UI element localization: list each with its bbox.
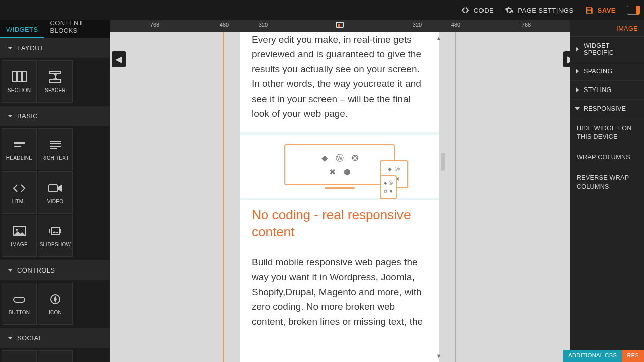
tab-content-blocks[interactable]: CONTENT BLOCKS [44,14,110,38]
widget-like[interactable]: LIKE [2,350,37,362]
ruler-mark: 768 [522,22,531,28]
widget-html[interactable]: HTML [2,171,37,214]
gear-icon [505,6,514,15]
ruler-mark: 768 [150,22,159,28]
columns-icon [12,70,27,83]
section-title: LAYOUT [17,44,44,52]
chevron-down-icon [7,335,13,341]
button-icon [12,293,27,306]
chevron-down-icon [7,45,13,51]
svg-rect-6 [14,142,25,144]
compass-icon [48,293,63,306]
panel-row-widget-specific[interactable]: WIDGET SPECIFIC [570,37,644,62]
section-header-basic[interactable]: BASIC [0,106,110,126]
code-button[interactable]: CODE [461,6,494,15]
widget-headline[interactable]: HEADLINE [2,128,37,170]
panel-row-spacing[interactable]: SPACING [570,62,644,81]
chevron-down-icon [575,106,580,111]
panel-toggle[interactable] [627,6,640,15]
monitor-icon: ◆Ⓦ❂ ✖⬢ ◆Ⓦ ❂✖ ◆Ⓦ ❂✖ [284,144,395,186]
chevron-down-icon [7,267,13,274]
reset-button[interactable]: RES [622,350,644,362]
breakpoint-guide-right [455,32,456,362]
widget-rich-text[interactable]: RICH TEXT [38,128,73,170]
chevron-right-icon [575,87,580,93]
option-hide-widget[interactable]: HIDE WIDGET ON THIS DEVICE [570,118,644,147]
widget-video[interactable]: VIDEO [38,171,73,214]
section-title: SOCIAL [17,334,42,342]
widgets-sidebar: LAYOUT SECTION SPACER BASIC HEADLINE RIC… [0,38,110,362]
svg-rect-7 [14,146,21,147]
html-icon [12,182,27,195]
controls-tiles: BUTTON ICON [0,280,110,328]
code-icon [461,6,470,15]
panel-collapse-right[interactable]: ▶ [564,51,570,67]
widget-image[interactable]: IMAGE [2,215,37,257]
slideshow-icon [48,225,63,238]
section-header-layout[interactable]: LAYOUT [0,38,110,58]
panel-row-styling[interactable]: STYLING [570,81,644,100]
svg-rect-16 [14,297,25,302]
responsive-devices-illustration: ◆Ⓦ❂ ✖⬢ ◆Ⓦ ❂✖ ◆Ⓦ ❂✖ [284,144,395,190]
video-icon [48,182,63,195]
body-paragraph: Build mobile responsive web pages the wa… [252,255,428,329]
headline-icon [12,138,27,151]
chevron-down-icon [7,113,13,119]
page-settings-label: PAGE SETTINGS [518,7,573,14]
widget-comment[interactable]: COMMENT [38,350,73,362]
breakpoint-guide-left [223,32,224,362]
page-frame[interactable]: ▲ ▼ Every edit you make, in real-time ge… [240,32,439,362]
widget-icon[interactable]: ICON [38,283,73,325]
section-separator [240,132,439,135]
page-content: Every edit you make, in real-time gets p… [240,32,439,360]
ruler-mark: 480 [451,22,460,28]
properties-panel: IMAGE WIDGET SPECIFIC SPACING STYLING RE… [570,20,644,362]
cms-icons-row: ◆Ⓦ❂ [290,152,389,165]
richtext-icon [48,138,63,151]
save-icon [585,6,594,15]
ruler-mark: 480 [220,22,229,28]
code-label: CODE [474,7,494,14]
panel-collapse-left[interactable]: ◀ [112,51,126,67]
widget-section[interactable]: SECTION [2,60,37,103]
save-label: SAVE [598,7,616,14]
basic-tiles: HEADLINE RICH TEXT HTML VIDEO IMAGE SLID… [0,126,110,260]
chevron-right-icon [575,47,580,52]
widget-spacer[interactable]: SPACER [38,60,73,103]
left-tab-bar: WIDGETS CONTENT BLOCKS [0,20,110,38]
widget-button[interactable]: BUTTON [2,283,37,325]
section-header-social[interactable]: SOCIAL [0,328,110,348]
option-wrap-columns[interactable]: WRAP COLUMNS [570,147,644,168]
tab-widgets[interactable]: WIDGETS [0,21,44,38]
page-settings-button[interactable]: PAGE SETTINGS [505,6,573,15]
scrollbar-thumb[interactable] [441,153,445,171]
properties-tab-image[interactable]: IMAGE [570,20,644,37]
svg-point-14 [16,229,18,231]
widget-slideshow[interactable]: SLIDESHOW [38,215,73,257]
comment-icon [48,360,63,363]
breakpoint-ruler: 768 480 320 320 480 768 [110,20,570,32]
cms-icons-row: ✖⬢ [290,166,389,179]
option-reverse-wrap[interactable]: REVERSE WRAP COLUMNS [570,168,644,197]
social-tiles: LIKE COMMENT [0,348,110,362]
device-indicator-icon[interactable] [336,22,344,28]
panel-row-responsive[interactable]: RESPONSIVE [570,100,644,118]
spacer-icon [48,70,63,83]
canvas-stage: ◀ ▶ ▲ ▼ Every edit you make, in real-tim… [110,32,570,362]
svg-rect-0 [12,72,16,82]
section-header-controls[interactable]: CONTROLS [0,260,110,280]
scroll-down[interactable]: ▼ [434,353,444,359]
intro-paragraph: Every edit you make, in real-time gets p… [252,32,428,121]
section-heading: No coding - real responsive content [252,207,428,241]
svg-rect-1 [17,72,21,82]
section-title: CONTROLS [17,266,55,274]
save-button[interactable]: SAVE [585,6,616,15]
chevron-right-icon [575,69,580,74]
scroll-up[interactable]: ▲ [434,35,444,41]
footer-bar: ADDITIONAL CSS RES [563,350,644,362]
additional-css-button[interactable]: ADDITIONAL CSS [563,350,622,362]
svg-rect-12 [49,185,57,192]
section-title: BASIC [17,112,38,120]
image-icon [12,225,27,238]
ruler-mark: 320 [259,22,268,28]
